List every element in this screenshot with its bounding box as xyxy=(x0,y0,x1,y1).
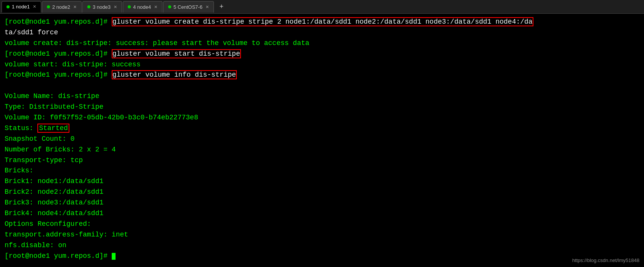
terminal[interactable]: [root@node1 yum.repos.d]# gluster volume… xyxy=(0,14,644,267)
terminal-transport: Transport-type: tcp xyxy=(5,155,639,166)
terminal-line-2: volume create: dis-stripe: success: plea… xyxy=(5,38,639,49)
close-icon-3[interactable]: ✕ xyxy=(114,5,117,10)
status-label: Status: xyxy=(5,124,37,132)
tab-label-2: 2 node2 xyxy=(52,4,70,10)
cursor-block xyxy=(112,253,116,260)
cmd-5: gluster volume info dis-stripe xyxy=(112,71,236,79)
close-icon-5[interactable]: ✕ xyxy=(206,5,209,10)
cmd-box-3: gluster volume start dis-stripe xyxy=(112,49,241,58)
terminal-line-1b: ta/sdd1 force xyxy=(5,27,639,38)
terminal-final-prompt: [root@node1 yum.repos.d]# xyxy=(5,251,639,262)
tab-dot-5 xyxy=(168,5,171,8)
close-icon-4[interactable]: ✕ xyxy=(154,5,157,10)
prompt-3: [root@node1 yum.repos.d]# xyxy=(5,50,112,58)
watermark: https://blog.csdn.net/lmy51848 xyxy=(572,257,639,263)
prompt-5: [root@node1 yum.repos.d]# xyxy=(5,71,112,79)
final-prompt-text: [root@node1 yum.repos.d]# xyxy=(5,252,112,260)
terminal-vol-name: Volume Name: dis-stripe xyxy=(5,91,639,102)
terminal-line-5: [root@node1 yum.repos.d]# gluster volume… xyxy=(5,70,639,80)
add-tab-button[interactable]: + xyxy=(216,2,227,12)
tab-node3[interactable]: 3 node3 ✕ xyxy=(82,1,122,13)
terminal-brick3: Brick3: node3:/data/sdd1 xyxy=(5,198,639,208)
tab-dot-4 xyxy=(128,5,131,8)
tab-dot-1 xyxy=(6,5,10,8)
terminal-options: Options Reconfigured: xyxy=(5,219,639,230)
terminal-vol-type: Type: Distributed-Stripe xyxy=(5,102,639,113)
tab-node4[interactable]: 4 node4 ✕ xyxy=(123,1,162,13)
terminal-brick4: Brick4: node4:/data/sdd1 xyxy=(5,208,639,219)
terminal-snap-count: Snapshot Count: 0 xyxy=(5,134,639,145)
cmd-box-5: gluster volume info dis-stripe xyxy=(112,70,237,79)
cmd-box-1: gluster volume create dis-stripe stripe … xyxy=(112,17,533,26)
tab-dot-3 xyxy=(87,5,90,8)
cmd-1: gluster volume create dis-stripe stripe … xyxy=(112,18,533,26)
terminal-line-3: [root@node1 yum.repos.d]# gluster volume… xyxy=(5,49,639,60)
tab-label-5: 5 CentOS7-6 xyxy=(173,4,202,10)
tab-label-3: 3 node3 xyxy=(93,4,111,10)
close-icon-1[interactable]: ✕ xyxy=(33,4,36,9)
terminal-line-4: volume start: dis-stripe: success xyxy=(5,60,639,70)
terminal-line-1: [root@node1 yum.repos.d]# gluster volume… xyxy=(5,17,639,27)
terminal-vol-id: Volume ID: f0f57f52-05db-42b0-b3c0-b74eb… xyxy=(5,113,639,123)
terminal-num-bricks: Number of Bricks: 2 x 2 = 4 xyxy=(5,145,639,155)
terminal-bricks-label: Bricks: xyxy=(5,166,639,176)
terminal-nfs-disable: nfs.disable: on xyxy=(5,240,639,251)
prompt-1: [root@node1 yum.repos.d]# xyxy=(5,18,112,26)
tab-centos[interactable]: 5 CentOS7-6 ✕ xyxy=(163,1,214,13)
tab-label-1: 1 node1 xyxy=(12,4,30,10)
cmd-3: gluster volume start dis-stripe xyxy=(112,50,240,58)
tab-node2[interactable]: 2 node2 ✕ xyxy=(42,1,82,13)
cmd-1b: ta/sdd1 force xyxy=(5,29,58,36)
terminal-brick2: Brick2: node2:/data/sdd1 xyxy=(5,187,639,198)
tab-bar: 1 node1 ✕ 2 node2 ✕ 3 node3 ✕ 4 node4 ✕ … xyxy=(0,0,644,14)
tab-node1[interactable]: 1 node1 ✕ xyxy=(2,1,41,13)
tab-label-4: 4 node4 xyxy=(133,4,151,10)
close-icon-2[interactable]: ✕ xyxy=(73,5,77,10)
tab-dot-2 xyxy=(47,5,50,8)
terminal-blank-1 xyxy=(5,80,639,91)
status-badge: Started xyxy=(37,124,69,133)
terminal-transport-family: transport.address-family: inet xyxy=(5,230,639,240)
terminal-vol-status: Status: Started xyxy=(5,123,639,134)
terminal-brick1: Brick1: node1:/data/sdd1 xyxy=(5,176,639,187)
